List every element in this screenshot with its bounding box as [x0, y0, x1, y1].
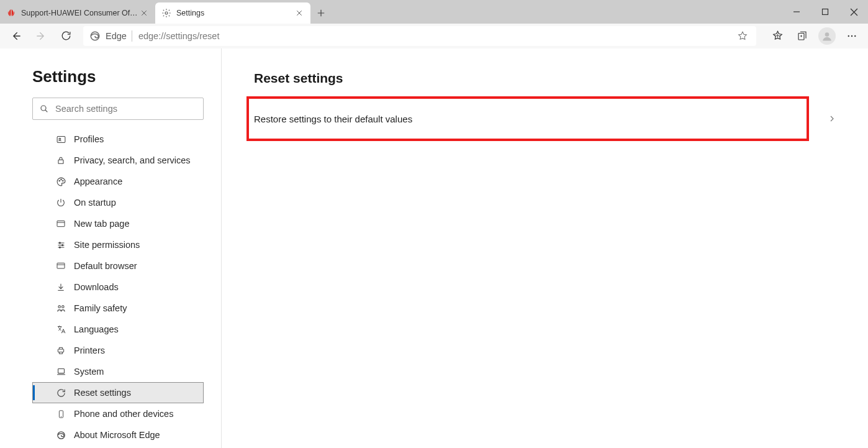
tab-title: Support-HUAWEI Consumer Offi… — [21, 9, 139, 17]
tab-title: Settings — [176, 9, 294, 17]
toolbar-right — [762, 26, 863, 46]
sidebar-item-printers[interactable]: Printers — [32, 340, 204, 361]
sidebar-item-system[interactable]: System — [32, 361, 204, 382]
address-bar[interactable]: Edge edge://settings/reset — [83, 26, 756, 46]
window-maximize-button[interactable] — [811, 0, 839, 24]
sidebar-item-label: About Microsoft Edge — [74, 430, 160, 440]
svg-rect-22 — [58, 349, 63, 352]
sidebar-item-label: Profiles — [74, 134, 104, 144]
sidebar-item-about[interactable]: About Microsoft Edge — [32, 424, 204, 446]
sidebar-item-startup[interactable]: On startup — [32, 192, 204, 213]
svg-point-4 — [825, 32, 830, 37]
window-minimize-button[interactable] — [782, 0, 811, 24]
svg-point-16 — [59, 242, 60, 243]
svg-point-20 — [58, 305, 60, 308]
sidebar-item-label: Site permissions — [74, 240, 140, 250]
restore-defaults-row[interactable]: Restore settings to their default values — [254, 104, 849, 133]
new-tab-button[interactable] — [310, 2, 332, 24]
svg-point-5 — [848, 35, 849, 36]
sidebar-item-label: System — [74, 367, 104, 377]
sidebar-item-newtab[interactable]: New tab page — [32, 213, 204, 234]
family-icon — [55, 303, 66, 314]
back-button[interactable] — [5, 26, 27, 46]
page-title: Settings — [32, 67, 212, 86]
sidebar-item-label: Default browser — [74, 261, 137, 271]
grid-icon — [55, 218, 66, 229]
window-close-button[interactable] — [839, 0, 868, 24]
printer-icon — [55, 345, 66, 356]
phone-icon — [55, 408, 66, 419]
tab-strip: Support-HUAWEI Consumer Offi… Settings — [0, 0, 868, 24]
sidebar-item-site-permissions[interactable]: Site permissions — [32, 234, 204, 255]
palette-icon — [55, 176, 66, 187]
profile-button[interactable] — [816, 26, 838, 46]
address-separator — [132, 30, 132, 42]
edge-logo-icon — [89, 30, 101, 42]
edge-icon — [55, 429, 66, 441]
gear-icon — [161, 8, 171, 18]
profile-card-icon — [55, 134, 66, 145]
svg-rect-1 — [823, 9, 828, 15]
svg-point-21 — [61, 305, 64, 308]
sidebar-item-default-browser[interactable]: Default browser — [32, 255, 204, 277]
sidebar-item-appearance[interactable]: Appearance — [32, 171, 204, 192]
language-icon — [55, 324, 66, 335]
lock-icon — [55, 155, 66, 166]
svg-rect-19 — [57, 263, 65, 268]
svg-point-14 — [62, 180, 63, 181]
svg-rect-9 — [57, 136, 65, 142]
favorites-button[interactable] — [766, 26, 789, 46]
laptop-icon — [55, 366, 66, 377]
window-icon — [55, 260, 66, 272]
svg-rect-23 — [58, 368, 64, 373]
tab-close-icon[interactable] — [294, 8, 304, 18]
search-icon — [39, 104, 49, 114]
sidebar-item-downloads[interactable]: Downloads — [32, 277, 204, 298]
forward-button[interactable] — [30, 26, 52, 46]
settings-page: Settings Profiles Privacy, search, and s… — [0, 48, 868, 448]
svg-point-18 — [59, 246, 60, 247]
huawei-favicon-icon — [6, 8, 16, 18]
sidebar-item-label: Appearance — [74, 176, 122, 186]
svg-point-7 — [854, 35, 856, 36]
avatar-icon — [818, 27, 836, 45]
sidebar-item-phone[interactable]: Phone and other devices — [32, 403, 204, 424]
power-icon — [55, 197, 66, 208]
svg-rect-15 — [57, 221, 65, 226]
sidebar-item-label: New tab page — [74, 219, 129, 229]
more-menu-button[interactable] — [841, 26, 863, 46]
sidebar-item-label: Languages — [74, 324, 119, 334]
svg-rect-11 — [58, 160, 63, 163]
sidebar-item-label: Reset settings — [74, 388, 131, 398]
settings-sidebar: Settings Profiles Privacy, search, and s… — [0, 48, 222, 448]
settings-search-input[interactable] — [55, 104, 197, 114]
tab-settings[interactable]: Settings — [155, 2, 310, 24]
settings-search[interactable] — [32, 98, 204, 120]
svg-point-17 — [61, 244, 63, 245]
tab-huawei[interactable]: Support-HUAWEI Consumer Offi… — [0, 2, 155, 24]
svg-point-13 — [60, 179, 61, 180]
sidebar-item-label: Phone and other devices — [74, 409, 173, 419]
svg-point-0 — [165, 12, 168, 14]
sidebar-item-label: Privacy, search, and services — [74, 155, 191, 165]
sidebar-item-label: Printers — [74, 345, 105, 355]
svg-point-12 — [58, 180, 59, 181]
address-url[interactable]: edge://settings/reset — [138, 31, 735, 41]
sidebar-item-family[interactable]: Family safety — [32, 298, 204, 319]
settings-nav: Profiles Privacy, search, and services A… — [32, 129, 204, 446]
window-controls — [782, 0, 868, 24]
address-origin-label: Edge — [106, 31, 127, 41]
sidebar-item-label: Family safety — [74, 303, 127, 313]
svg-point-6 — [851, 35, 852, 36]
refresh-button[interactable] — [55, 26, 77, 46]
collections-button[interactable] — [791, 26, 813, 46]
sidebar-item-privacy[interactable]: Privacy, search, and services — [32, 150, 204, 171]
favorite-outline-icon[interactable] — [735, 26, 750, 46]
browser-toolbar: Edge edge://settings/reset — [0, 24, 868, 48]
restore-defaults-label: Restore settings to their default values — [254, 114, 412, 124]
sidebar-item-profiles[interactable]: Profiles — [32, 129, 204, 150]
tab-close-icon[interactable] — [139, 8, 149, 18]
settings-main: Reset settings Restore settings to their… — [222, 48, 868, 448]
sidebar-item-languages[interactable]: Languages — [32, 319, 204, 340]
sidebar-item-reset[interactable]: Reset settings — [32, 382, 204, 403]
